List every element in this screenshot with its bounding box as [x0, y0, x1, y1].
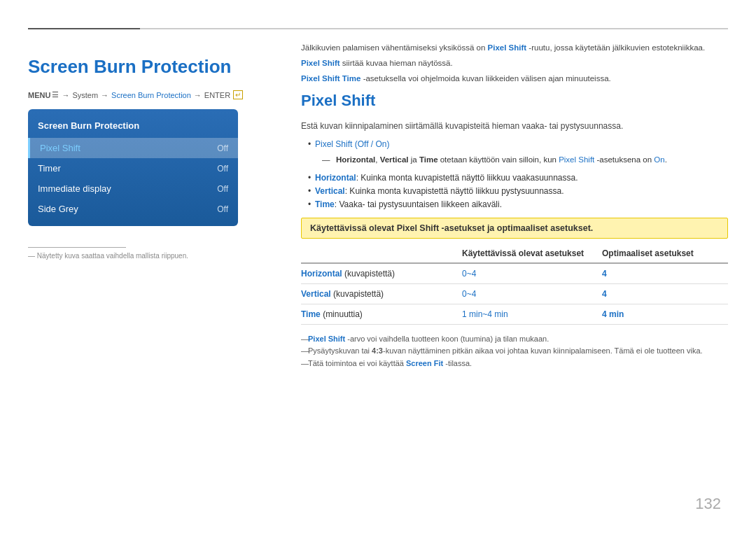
bullet-item-3: Vertical: Kuinka monta kuvapistettä näyt…	[308, 185, 728, 198]
intro-line-2: Pixel Shift siirtää kuvaa hieman näytöss…	[301, 57, 728, 70]
table-opt-horizontal: 4	[602, 269, 728, 279]
immediate-display-value: Off	[217, 184, 228, 194]
section-title-pixel-shift: Pixel Shift	[301, 92, 728, 110]
time-label: Time	[301, 309, 321, 319]
fn1-pixel-shift: Pixel Shift	[308, 335, 345, 343]
table-row-vertical: Vertical (kuvapistettä) 0~4 4	[301, 284, 728, 304]
top-line-accent	[28, 28, 140, 29]
footnote-divider	[28, 247, 126, 248]
arrow-3: →	[194, 91, 202, 99]
footnote-1: Pixel Shift -arvo voi vaihdella tuotteen…	[301, 333, 728, 346]
section-intro: Estä kuvan kiinnipalaminen siirtämällä k…	[301, 120, 728, 132]
highlight-box: Käytettävissä olevat Pixel Shift -asetuk…	[301, 218, 728, 239]
menu-item-immediate-display[interactable]: Immediate display Off	[28, 178, 238, 199]
bullet-vertical: Vertical	[315, 186, 345, 196]
sub-bullet-item-1: Horizontal, Vertical ja Time otetaan käy…	[322, 153, 728, 166]
immediate-display-label: Immediate display	[38, 183, 111, 194]
table-opt-vertical: 4	[602, 289, 728, 299]
menu-step-enter: ENTER	[204, 91, 230, 99]
menu-step-protection: Screen Burn Protection	[111, 91, 191, 99]
menu-box-title: Screen Burn Protection	[28, 116, 238, 138]
bullet-time: Time	[315, 199, 335, 209]
pixel-shift-value: Off	[217, 143, 228, 153]
bullet-pixel-shift-off-on: Pixel Shift (Off / On)	[315, 139, 389, 149]
menu-item-side-grey[interactable]: Side Grey Off	[28, 199, 238, 219]
intro-block: Jälkikuvien palamisen vähentämiseksi yks…	[301, 42, 728, 85]
pixel-shift-label: Pixel Shift	[40, 143, 80, 153]
right-column: Jälkikuvien palamisen vähentämiseksi yks…	[301, 42, 728, 370]
arrow-2: →	[101, 91, 108, 99]
sub-bullet-list: Horizontal, Vertical ja Time otetaan käy…	[315, 153, 728, 166]
menu-box: Screen Burn Protection Pixel Shift Off T…	[28, 109, 238, 226]
left-column: Screen Burn Protection MENU ☰ → System →…	[28, 42, 280, 260]
table-avail-time: 1 min~4 min	[462, 309, 602, 319]
table-opt-time: 4 min	[602, 309, 728, 319]
timer-value: Off	[217, 164, 228, 174]
table-label-vertical: Vertical (kuvapistettä)	[301, 289, 462, 299]
timer-label: Timer	[38, 163, 61, 174]
vertical-label: Vertical	[301, 289, 331, 299]
fn2-43: 4:3	[372, 346, 383, 355]
side-grey-label: Side Grey	[38, 204, 78, 214]
table-avail-horizontal: 0~4	[462, 269, 602, 279]
bullet-item-4: Time: Vaaka- tai pystysuuntaisen liikkee…	[308, 198, 728, 211]
table-available-title: Käytettävissä olevat asetukset	[462, 248, 584, 258]
bullet-horizontal: Horizontal	[315, 173, 356, 183]
table-label-horizontal: Horizontal (kuvapistettä)	[301, 269, 462, 279]
intro-pixel-shift-2: Pixel Shift	[301, 59, 340, 67]
table-col-optimal-header: Optimaaliset asetukset	[602, 248, 728, 258]
intro-pixel-shift-1: Pixel Shift	[488, 43, 527, 52]
bullet-item-1: Pixel Shift (Off / On) Horizontal, Verti…	[308, 138, 728, 166]
sub-vertical: Vertical	[380, 155, 409, 164]
sub-horizontal: Horizontal	[336, 155, 375, 164]
menu-item-pixel-shift[interactable]: Pixel Shift Off	[28, 138, 238, 158]
sub-on: On	[654, 155, 664, 164]
menu-symbol: ☰	[52, 90, 59, 99]
table-optimal-title: Optimaaliset asetukset	[602, 248, 694, 258]
table-header: Käytettävissä olevat asetukset Optimaali…	[301, 248, 728, 264]
footnotes-section: Pixel Shift -arvo voi vaihdella tuotteen…	[301, 333, 728, 370]
sub-time: Time	[419, 155, 438, 164]
intro-line-1: Jälkikuvien palamisen vähentämiseksi yks…	[301, 42, 728, 55]
arrow-1: →	[62, 91, 69, 99]
page-title: Screen Burn Protection	[28, 56, 280, 78]
table-col-available-header: Käytettävissä olevat asetukset	[462, 248, 602, 258]
table-row-horizontal: Horizontal (kuvapistettä) 0~4 4	[301, 264, 728, 284]
table-section: Käytettävissä olevat asetukset Optimaali…	[301, 248, 728, 325]
menu-step-system: System	[72, 91, 98, 99]
bullet-list: Pixel Shift (Off / On) Horizontal, Verti…	[301, 138, 728, 211]
menu-item-timer[interactable]: Timer Off	[28, 158, 238, 178]
side-grey-value: Off	[217, 204, 228, 214]
enter-icon: ↵	[233, 90, 243, 99]
sub-pixel-shift: Pixel Shift	[559, 155, 594, 164]
intro-line-3: Pixel Shift Time -asetuksella voi ohjelm…	[301, 73, 728, 85]
page-number: 132	[695, 495, 721, 513]
menu-path: MENU ☰ → System → Screen Burn Protection…	[28, 90, 280, 99]
footnote-3: Tätä toimintoa ei voi käyttää Screen Fit…	[301, 358, 728, 370]
footnote-2: Pysäytyskuvan tai 4:3-kuvan näyttäminen …	[301, 345, 728, 358]
menu-label: MENU	[28, 91, 50, 99]
bullet-item-2: Horizontal: Kuinka monta kuvapistettä nä…	[308, 171, 728, 185]
intro-pixel-shift-time: Pixel Shift Time	[301, 74, 360, 83]
table-avail-vertical: 0~4	[462, 289, 602, 299]
table-col-label-header	[301, 248, 462, 258]
table-row-time: Time (minuuttia) 1 min~4 min 4 min	[301, 304, 728, 325]
horizontal-label: Horizontal	[301, 269, 342, 279]
table-label-time: Time (minuuttia)	[301, 309, 462, 319]
fn3-screen-fit: Screen Fit	[406, 359, 443, 367]
footnote-text: — Näytetty kuva saattaa vaihdella mallis…	[28, 252, 280, 260]
